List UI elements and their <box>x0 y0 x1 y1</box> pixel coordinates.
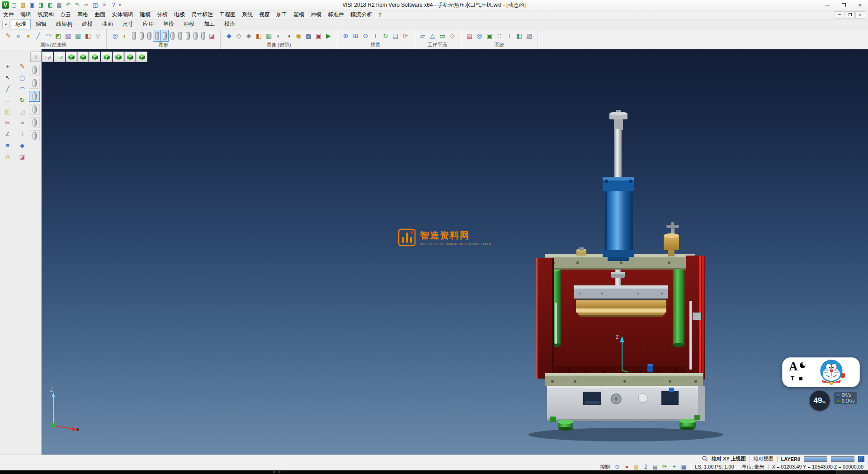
delete-icon[interactable]: × <box>100 1 108 9</box>
light-mode-icon[interactable]: ◐ <box>120 30 130 41</box>
maximize-button[interactable] <box>835 0 852 10</box>
workplane-view-icon[interactable]: ◇ <box>448 30 457 41</box>
filter-surfaces-icon[interactable]: ◩ <box>53 30 63 41</box>
tab-4[interactable]: 曲面 <box>98 19 118 29</box>
dynamic-section-icon[interactable]: ◧ <box>254 30 264 41</box>
filter-arcs-icon[interactable]: ◠ <box>43 30 53 41</box>
magnifier-icon[interactable] <box>702 455 708 463</box>
tab-9[interactable]: 加工 <box>199 19 219 29</box>
grid-status-icon[interactable]: ▦ <box>680 463 687 470</box>
refresh-icon[interactable]: ⟳ <box>661 463 668 470</box>
doc-restore-button[interactable] <box>845 11 855 19</box>
menu-item-11[interactable]: 工程图 <box>216 10 239 19</box>
background-icon[interactable]: ▩ <box>304 30 313 41</box>
minimize-button[interactable] <box>819 0 835 10</box>
menu-item-5[interactable]: 曲面 <box>91 10 108 19</box>
quick-access-dropdown[interactable]: ▾ <box>118 3 123 7</box>
view-iso-icon[interactable] <box>136 52 147 62</box>
shaded-view-icon[interactable]: ◆ <box>224 30 234 41</box>
entity-filter-1[interactable] <box>29 65 40 76</box>
graphics-toggle-1[interactable] <box>130 30 137 41</box>
filter-mesh-icon[interactable]: ▦ <box>73 30 83 41</box>
workplane-entity-icon[interactable]: ▭ <box>438 30 447 41</box>
transparency-icon[interactable]: ◐ <box>274 30 283 41</box>
view-back-icon[interactable] <box>101 52 112 62</box>
tab-1[interactable]: 编辑 <box>31 19 51 29</box>
entity-filter-6[interactable] <box>29 130 40 141</box>
wireframe-view-icon[interactable]: ◇ <box>234 30 244 41</box>
pan-icon[interactable]: + <box>371 30 380 41</box>
render-mode-icon[interactable]: ◎ <box>110 30 120 41</box>
arc-tool-icon[interactable]: ◠ <box>17 84 27 94</box>
erase-graphics-icon[interactable]: ◪ <box>207 30 217 41</box>
menu-item-8[interactable]: 分析 <box>154 10 171 19</box>
zoom-window-icon[interactable]: ⊞ <box>351 30 360 41</box>
view-front-icon[interactable] <box>89 52 100 62</box>
offset-tool-icon[interactable]: ≈ <box>17 118 27 128</box>
graphics-toggle-5[interactable] <box>161 30 168 41</box>
tab-dropdown-button[interactable]: ▾ <box>2 21 9 28</box>
menu-item-17[interactable]: 标准件 <box>325 10 347 19</box>
color-table-icon[interactable]: ▦ <box>465 30 474 41</box>
tab-7[interactable]: 塑模 <box>159 19 179 29</box>
view-list-icon[interactable]: ≡ <box>30 52 42 62</box>
doc-close-button[interactable]: × <box>855 11 865 19</box>
settings-icon[interactable]: ◎ <box>475 30 484 41</box>
tab-3[interactable]: 建模 <box>77 19 97 29</box>
new-file-icon[interactable]: ▢ <box>10 1 18 9</box>
snap-tool-icon[interactable]: + <box>3 61 13 71</box>
zoom-previous-icon[interactable]: ⊖ <box>361 30 370 41</box>
texture-view-icon[interactable]: ▦ <box>264 30 274 41</box>
workplane-standard-icon[interactable]: ▱ <box>418 30 427 41</box>
ucs-tool-icon[interactable]: ◆ <box>17 140 27 150</box>
select-box-tool-icon[interactable]: ▢ <box>17 72 27 82</box>
menu-item-0[interactable]: 文件 <box>0 10 17 19</box>
menu-item-19[interactable]: ? <box>375 11 385 19</box>
shadow-view-icon[interactable]: ◑ <box>284 30 293 41</box>
workplane-3points-icon[interactable]: △ <box>428 30 437 41</box>
taskbar[interactable] <box>0 470 868 474</box>
menu-item-12[interactable]: 系统 <box>239 10 256 19</box>
edit-properties-icon[interactable]: ✎ <box>4 30 13 41</box>
cut-icon[interactable]: ✂ <box>82 1 90 9</box>
folder-icon[interactable]: ▨ <box>632 463 640 470</box>
filter-clear-icon[interactable]: ▽ <box>93 30 103 41</box>
view-wireframe-icon[interactable] <box>54 52 65 62</box>
tab-8[interactable]: 冲模 <box>179 19 199 29</box>
layers-tool-icon[interactable]: ≡ <box>3 140 13 150</box>
zoom-fit-icon[interactable]: ⊕ <box>341 30 350 41</box>
entity-filter-2[interactable] <box>29 78 40 89</box>
menu-item-4[interactable]: 网格 <box>74 10 91 19</box>
export-icon[interactable]: ◧ <box>46 1 54 9</box>
taskbar-tray[interactable] <box>836 470 868 474</box>
menu-item-10[interactable]: 尺寸标注 <box>188 10 216 19</box>
view-left-icon[interactable] <box>113 52 124 62</box>
capture-icon[interactable]: ▣ <box>314 30 323 41</box>
viewport[interactable]: Z <box>42 49 868 455</box>
entity-filter-4[interactable] <box>29 104 40 115</box>
erase-tool-icon[interactable]: ◪ <box>17 152 27 161</box>
measure-tool-icon[interactable]: ∠ <box>3 129 13 139</box>
menu-item-16[interactable]: 冲模 <box>307 10 325 19</box>
style-tool-icon[interactable]: A <box>3 152 13 161</box>
menu-item-13[interactable]: 视窗 <box>256 10 273 19</box>
stop-icon[interactable]: ● <box>623 463 630 470</box>
display-options-icon[interactable]: ▣ <box>485 30 494 41</box>
menu-item-3[interactable]: 点云 <box>57 10 74 19</box>
close-button[interactable]: × <box>852 0 868 10</box>
menu-item-18[interactable]: 模流分析 <box>347 10 375 19</box>
move-tool-icon[interactable]: ↔ <box>3 95 13 105</box>
tab-6[interactable]: 应用 <box>138 19 158 29</box>
open-file-icon[interactable]: ▨ <box>19 1 27 9</box>
snap-icon[interactable]: + <box>670 463 678 470</box>
view-right-icon[interactable] <box>124 52 136 62</box>
hatch-pattern-icon[interactable]: ▨ <box>524 30 534 41</box>
graphics-toggle-4[interactable] <box>153 30 160 41</box>
rotate-view-icon[interactable]: ↻ <box>381 30 390 41</box>
filter-points-icon[interactable]: ● <box>24 30 33 41</box>
tab-5[interactable]: 尺寸 <box>118 19 138 29</box>
import-icon[interactable]: ◨ <box>37 1 45 9</box>
tab-2[interactable]: 线架构 <box>52 19 77 29</box>
tab-0[interactable]: 标准 <box>11 19 31 29</box>
grid-icon[interactable]: ∷ <box>495 30 504 41</box>
